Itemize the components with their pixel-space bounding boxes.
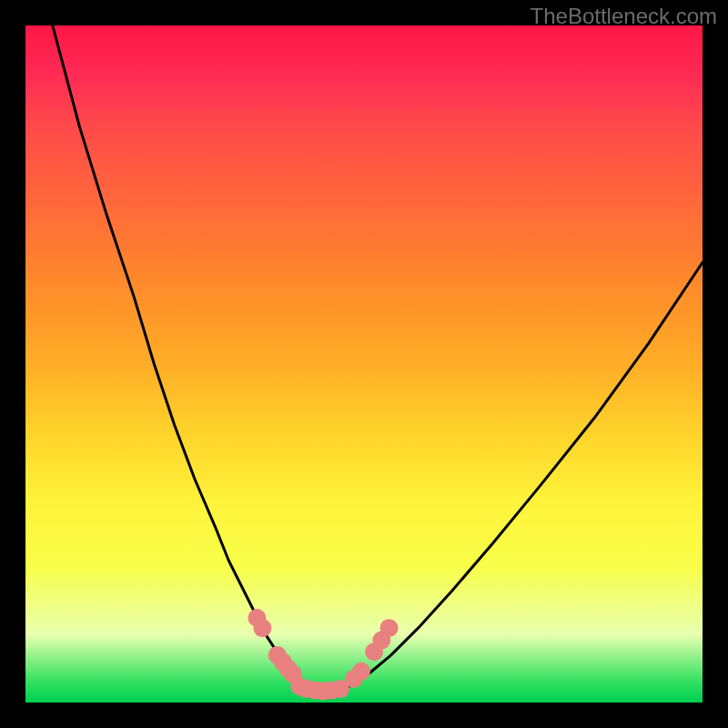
- marker-right-cluster-lower-2: [352, 662, 370, 681]
- chart-container: TheBottleneck.com: [0, 0, 728, 728]
- plot-area: [25, 25, 703, 703]
- marker-right-cluster-upper-3: [380, 619, 399, 637]
- series-left-curve: [53, 25, 303, 689]
- chart-svg: [25, 25, 703, 703]
- marker-left-cluster-upper-2: [253, 619, 271, 637]
